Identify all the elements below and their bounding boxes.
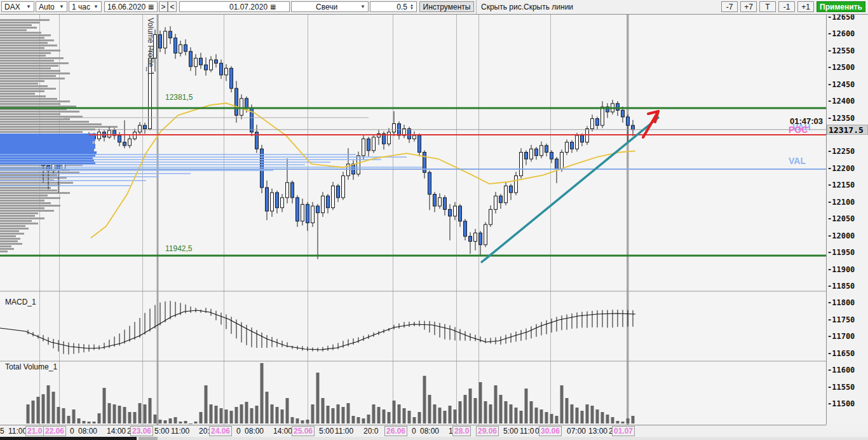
date-from-field[interactable]: 16.06.2020 ▦ xyxy=(104,1,158,12)
shift-forward-button[interactable]: > xyxy=(159,1,168,12)
timeframe-select[interactable]: 1 час ▼ xyxy=(69,1,102,12)
date-tick: 24.06 xyxy=(209,426,232,436)
price-tick: -11700 xyxy=(827,332,867,341)
time-tick: 11:00 xyxy=(8,427,27,436)
price-tick: -11500 xyxy=(827,399,867,408)
time-tick: 5:00 xyxy=(319,427,334,436)
time-tick: 14:00 xyxy=(273,427,292,436)
price-tick: -12550 xyxy=(827,46,867,55)
tools-button[interactable]: Инструменты xyxy=(419,1,474,12)
price-tick: -12400 xyxy=(827,97,867,106)
time-tick: 0 xyxy=(70,427,74,436)
date-tick: 25.06 xyxy=(292,426,315,436)
time-axis[interactable]: 511:0021.022.06008:0014:00223.065:0011:0… xyxy=(0,425,826,437)
trading-terminal: { "toolbar": { "symbol": "DAX", "range_m… xyxy=(0,0,868,440)
timeframe-value: 1 час xyxy=(72,3,90,11)
price-tick: -12350 xyxy=(827,114,867,123)
minus1-button[interactable]: -1 xyxy=(778,1,795,12)
price-tick: -11650 xyxy=(827,349,867,358)
price-tick: -11950 xyxy=(827,248,867,257)
toolbar-separator xyxy=(476,0,477,14)
plus7-button[interactable]: +7 xyxy=(740,1,757,12)
chevron-down-icon: ▼ xyxy=(360,4,365,10)
time-tick: 11:0 xyxy=(520,427,534,436)
price-tick: -11900 xyxy=(827,265,867,274)
date-tick: 29.06 xyxy=(476,426,499,436)
step-spinner[interactable]: 0.5 ▲ ▼ xyxy=(370,1,417,12)
time-tick: 5:00 xyxy=(154,427,169,436)
date-from-value: 16.06.2020 xyxy=(107,3,146,11)
step-value: 0.5 xyxy=(397,3,407,11)
price-tick: -12200 xyxy=(827,164,867,173)
chevron-down-icon: ▼ xyxy=(26,4,31,10)
chevron-down-icon: ▼ xyxy=(59,4,64,10)
chart-type-value: Свечи xyxy=(316,3,337,11)
chart-type-select[interactable]: Свечи ▼ xyxy=(291,1,369,12)
hide-lines-button[interactable]: Скрыть линии xyxy=(524,2,573,12)
time-tick: 0 xyxy=(412,427,416,436)
time-tick: 11:00 xyxy=(335,427,353,436)
shift-back-button[interactable]: < xyxy=(168,1,177,12)
time-tick: 13:00 xyxy=(588,427,607,436)
date-to-field[interactable]: 01.07.2020 ▦ xyxy=(179,1,290,12)
price-axis[interactable]: 12317.5 -12650-12600-12550-12500-12450-1… xyxy=(826,14,868,425)
price-tick: -11750 xyxy=(827,315,867,324)
calendar-icon: ▦ xyxy=(270,4,276,10)
apply-button[interactable]: Применить xyxy=(817,1,865,12)
range-mode-value: Auto xyxy=(39,3,55,11)
range-mode-select[interactable]: Auto ▼ xyxy=(36,1,67,12)
price-tick: -12100 xyxy=(827,198,867,207)
price-tick: -11850 xyxy=(827,282,867,291)
scrollbar-thumb[interactable] xyxy=(0,437,137,440)
chart-canvas[interactable] xyxy=(0,0,868,440)
price-tick: -12000 xyxy=(827,231,867,240)
symbol-select-value: DAX xyxy=(4,3,20,11)
scrollbar-segment xyxy=(139,437,158,440)
price-tick: -12500 xyxy=(827,63,867,72)
time-tick: 07:00 xyxy=(567,427,586,436)
time-tick: 14:00 xyxy=(107,427,126,436)
time-tick: 0 xyxy=(236,427,241,436)
hide-drawings-button[interactable]: Скрыть рис. xyxy=(481,2,524,12)
date-tick: 01.07 xyxy=(612,426,635,436)
minus7-button[interactable]: -7 xyxy=(721,1,738,12)
chart-background xyxy=(0,15,826,425)
time-tick: 11:00 xyxy=(171,427,189,436)
plus1-button[interactable]: +1 xyxy=(797,1,814,12)
time-tick: 08:00 xyxy=(245,427,264,436)
price-tick: -12050 xyxy=(827,214,867,223)
date-tick: 22.06 xyxy=(43,426,66,436)
time-tick: 08:00 xyxy=(420,427,439,436)
price-tick: -12150 xyxy=(827,181,867,189)
date-tick: 26.06 xyxy=(384,426,407,436)
spinner-arrows-icon[interactable]: ▲ ▼ xyxy=(410,4,414,10)
chevron-down-icon: ▼ xyxy=(93,4,98,10)
price-tick: -12600 xyxy=(827,29,867,38)
date-tick: 28.0 xyxy=(452,426,471,436)
time-tick: 20:0 xyxy=(363,427,378,436)
horizontal-scrollbar[interactable] xyxy=(0,437,868,440)
date-to-value: 01.07.2020 xyxy=(229,3,268,11)
price-tick: -11550 xyxy=(827,383,867,392)
current-price-badge: 12317.5 xyxy=(827,125,868,135)
time-tick: 5 xyxy=(0,427,4,436)
price-tick: -11600 xyxy=(827,366,867,375)
calendar-icon: ▦ xyxy=(148,4,154,10)
time-tick: 08:00 xyxy=(78,427,97,436)
price-tick: -12450 xyxy=(827,80,867,89)
date-tick: 30.06 xyxy=(539,426,562,436)
symbol-select[interactable]: DAX ▼ xyxy=(1,1,34,12)
toolbar: DAX ▼ Auto ▼ 1 час ▼ 16.06.2020 ▦ > < 01… xyxy=(0,0,868,15)
time-tick: 5:00 xyxy=(503,427,518,436)
price-tick: -12250 xyxy=(827,147,867,156)
t-button[interactable]: T xyxy=(759,1,776,12)
date-tick: 23.06 xyxy=(130,426,153,436)
price-tick: -11800 xyxy=(827,298,867,307)
date-tick: 21.0 xyxy=(25,426,44,436)
